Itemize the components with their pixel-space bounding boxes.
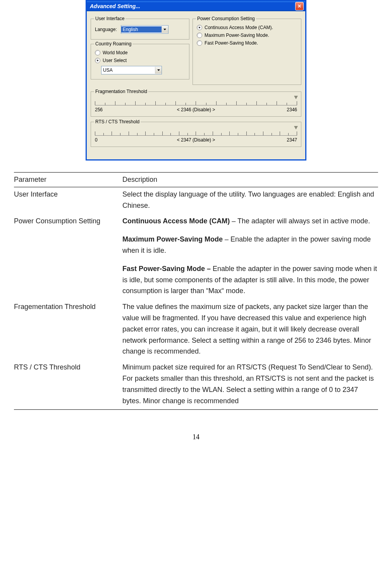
dialog-title: Advanced Setting... [90,3,140,9]
param-cell: User Interface [14,187,122,214]
language-dropdown[interactable]: English [121,25,168,34]
rts-legend: RTS / CTS Threshold [94,119,141,124]
rts-max: 2347 [287,137,297,143]
rts-center: < 2347 (Disable) > [177,137,215,143]
radio-icon [197,40,202,46]
country-roaming-group: Country Roaming World Mode User Select U… [91,41,189,79]
frag-max: 2346 [287,107,297,112]
radio-icon [95,58,100,63]
country-roaming-legend: Country Roaming [94,41,132,47]
slider-thumb-icon[interactable] [294,96,298,99]
radio-icon [197,25,202,30]
fast-power-label: Fast Power-Saving Mode. [205,40,258,46]
parameter-table: Parameter Description User Interface Sel… [14,172,378,410]
fragmentation-legend: Fragmentation Threshold [94,89,148,94]
fragmentation-group: Fragmentation Threshold 256 < 2346 (Disa… [91,89,301,117]
header-parameter: Parameter [14,173,122,187]
table-row: Power Consumption Setting Continuous Acc… [14,214,378,300]
page-number: 14 [0,433,392,441]
desc-text: Maximum Power-Saving Mode – Enable the a… [122,234,378,256]
frag-center: < 2346 (Disable) > [177,107,215,112]
rts-group: RTS / CTS Threshold 0 < 2347 (Disable) >… [91,119,301,147]
user-select-radio[interactable]: User Select [94,57,186,64]
language-label: Language: [95,27,117,32]
desc-text: Select the display language of the utili… [122,189,378,211]
desc-text: Fast Power-Saving Mode – Enable the adap… [122,263,378,297]
slider-thumb-icon[interactable] [294,126,298,129]
country-dropdown[interactable]: USA [101,66,162,74]
table-row: User Interface Select the display langua… [14,187,378,214]
max-power-label: Maximum Power-Saving Mode. [205,33,269,38]
table-row: RTS / CTS Threshold Minimum packet size … [14,360,378,410]
chevron-down-icon[interactable] [162,26,168,33]
user-interface-group: User Interface Language: English [91,16,189,40]
max-power-radio[interactable]: Maximum Power-Saving Mode. [196,31,298,39]
rts-min: 0 [95,137,98,143]
svg-marker-1 [157,69,160,71]
param-cell: Fragementation Threshold [14,300,122,360]
advanced-setting-dialog: Advanced Setting... ✕ User Interface Lan… [86,0,306,161]
fragmentation-slider[interactable]: 256 < 2346 (Disable) > 2346 [94,97,298,112]
close-icon[interactable]: ✕ [295,2,304,10]
power-consumption-group: Power Consumption Setting Continuous Acc… [193,16,301,85]
cam-radio[interactable]: Continuous Access Mode (CAM). [196,24,298,31]
frag-min: 256 [95,107,103,112]
chevron-down-icon[interactable] [155,67,162,74]
param-cell: Power Consumption Setting [14,214,122,300]
header-description: Description [122,173,378,187]
country-value: USA [101,67,155,73]
dialog-titlebar[interactable]: Advanced Setting... ✕ [87,1,305,11]
cam-label: Continuous Access Mode (CAM). [205,25,273,30]
desc-text: Minimum packet size required for an RTS/… [122,362,378,406]
desc-text: The value defines the maximum size of pa… [122,301,378,357]
user-interface-legend: User Interface [94,16,126,21]
world-mode-radio[interactable]: World Mode [94,49,186,57]
svg-marker-0 [163,29,166,30]
table-row: Fragementation Threshold The value defin… [14,300,378,360]
world-mode-label: World Mode [103,50,127,55]
language-value: English [121,26,162,33]
desc-text: Continuous Access Mode (CAM) – The adapt… [122,216,378,227]
power-consumption-legend: Power Consumption Setting [196,16,256,21]
param-cell: RTS / CTS Threshold [14,360,122,410]
parameter-table-section: Parameter Description User Interface Sel… [0,172,392,410]
fast-power-radio[interactable]: Fast Power-Saving Mode. [196,39,298,47]
radio-icon [197,33,202,38]
radio-icon [95,50,100,55]
rts-slider[interactable]: 0 < 2347 (Disable) > 2347 [94,127,298,143]
user-select-label: User Select [103,58,127,63]
